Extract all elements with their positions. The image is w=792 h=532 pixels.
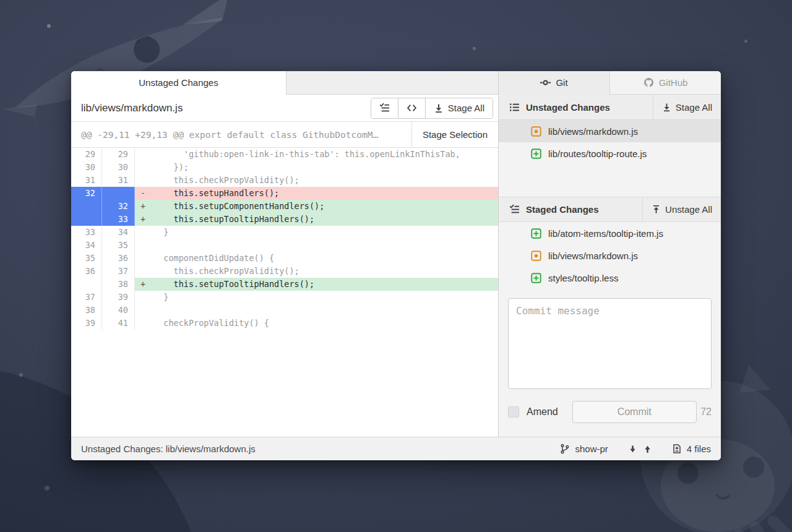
diff-code-text: this.checkPropValidity(); [153,174,498,187]
branch-status-item[interactable]: show-pr [560,444,608,454]
push-button[interactable] [643,444,652,454]
git-branch-icon [560,444,570,454]
new-line-number: 29 [102,148,135,161]
new-line-number: 33 [102,213,135,226]
diff-row[interactable]: 38+ this.setupTooltipHandlers(); [71,278,498,291]
branch-name: show-pr [575,444,608,454]
diff-file-path: lib/views/markdown.js [81,102,371,114]
tab-unstaged-changes[interactable]: Unstaged Changes [71,71,286,95]
staged-file-list: lib/atom-items/tooltip-item.jslib/views/… [499,222,721,289]
diff-added-icon [531,228,541,239]
diff-row[interactable]: 3840 [71,304,498,317]
unstaged-file-list: lib/views/markdown.jslib/routes/tooltip-… [499,120,721,165]
diff-code-text: this.setupComponentHandlers(); [153,200,498,213]
tab-github[interactable]: GitHub [609,71,721,95]
diff-code-text: this.setupHandlers(); [153,187,498,200]
staged-section-title: Staged Changes [526,204,599,215]
file-row[interactable]: lib/views/markdown.js [499,120,721,142]
changed-files-count: 4 files [687,444,711,454]
stage-selection-button[interactable]: Stage Selection [411,122,498,147]
stage-selection-label: Stage Selection [423,129,488,140]
old-line-number [71,200,102,213]
diff-row[interactable]: 3131 this.checkPropValidity(); [71,174,498,187]
diff-row[interactable]: 2929 'github:open-link-in-this-tab': thi… [71,148,498,161]
tab-git[interactable]: Git [499,71,609,95]
list-unordered-icon [509,102,520,113]
diff-row[interactable]: 32+ this.setupComponentHandlers(); [71,200,498,213]
file-row[interactable]: lib/routes/tooltip-route.js [499,142,721,165]
old-line-number: 37 [71,291,102,304]
new-line-number: 41 [102,317,135,330]
diff-added-icon [531,273,541,283]
diff-code-text: } [153,226,498,239]
old-line-number: 35 [71,252,102,265]
staged-section-header: Staged Changes Unstage All [499,197,721,222]
diff-sign [135,239,153,252]
file-path-label: lib/views/markdown.js [548,251,638,261]
line-mode-button[interactable] [398,98,426,118]
diff-sign [135,226,153,239]
diff-code-text [153,239,498,252]
diff-row[interactable]: 32- this.setupHandlers(); [71,187,498,200]
amend-label: Amend [527,406,558,418]
old-line-number: 31 [71,174,102,187]
new-line-number: 38 [102,278,135,291]
unstaged-list-empty-space [499,165,721,197]
amend-checkbox[interactable] [508,406,519,418]
commit-char-count: 72 [700,406,712,418]
code-icon [407,103,417,113]
new-line-number: 37 [102,265,135,278]
changed-files-status-item[interactable]: 4 files [672,444,711,454]
diff-row[interactable]: 3536 componentDidUpdate() { [71,252,498,265]
old-line-number: 30 [71,161,102,174]
diff-row[interactable]: 3435 [71,239,498,252]
tab-github-label: GitHub [659,77,688,88]
diff-sign [135,252,153,265]
new-line-number: 35 [102,239,135,252]
star-dot [19,373,23,377]
diff-sign: - [135,187,153,200]
file-row[interactable]: lib/views/markdown.js [499,244,721,267]
diff-code-text: } [153,291,498,304]
diff-row[interactable]: 3637 this.checkPropValidity(); [71,265,498,278]
diff-lines: 2929 'github:open-link-in-this-tab': thi… [71,148,498,437]
diff-sign: + [135,278,153,291]
new-line-number [102,187,135,200]
pull-button[interactable] [628,444,637,454]
star-dot [744,40,747,43]
commit-button[interactable]: Commit [572,401,697,423]
unstaged-section-header: Unstaged Changes Stage All [499,95,721,120]
old-line-number: 38 [71,304,102,317]
star-dot [473,47,476,50]
unstaged-section-title: Unstaged Changes [526,102,610,113]
stage-all-header-button[interactable]: Stage All [653,95,721,119]
old-line-number [71,278,102,291]
file-row[interactable]: styles/tooltip.less [499,267,721,289]
stage-all-header-label: Stage All [676,102,712,113]
stage-all-label: Stage All [448,103,484,113]
old-line-number: 36 [71,265,102,278]
commit-message-input[interactable] [508,298,712,389]
diff-code-text: }); [153,161,498,174]
diff-pane: Unstaged Changes lib/views/markdown.js [71,71,498,437]
new-line-number: 36 [102,252,135,265]
stage-all-button[interactable]: Stage All [426,98,493,118]
stage-all-icon [434,103,444,113]
diff-file-header: lib/views/markdown.js [71,95,498,122]
diff-code-text: this.setupTooltipHandlers(); [153,213,498,226]
diff-row[interactable]: 3030 }); [71,161,498,174]
hunk-mode-button[interactable] [371,98,398,118]
new-line-number: 40 [102,304,135,317]
new-line-number: 31 [102,174,135,187]
file-row[interactable]: lib/atom-items/tooltip-item.js [499,222,721,244]
left-tab-bar: Unstaged Changes [71,71,498,95]
diff-row[interactable]: 33+ this.setupTooltipHandlers(); [71,213,498,226]
star-dot [45,486,50,491]
old-line-number: 34 [71,239,102,252]
diff-toolbar: Stage All [371,98,493,119]
diff-row[interactable]: 3941 checkPropValidity() { [71,317,498,330]
unstage-all-header-button[interactable]: Unstage All [642,197,721,221]
diff-row[interactable]: 3334 } [71,226,498,239]
diff-row[interactable]: 3739 } [71,291,498,304]
atom-github-window: Unstaged Changes lib/views/markdown.js [71,71,721,460]
